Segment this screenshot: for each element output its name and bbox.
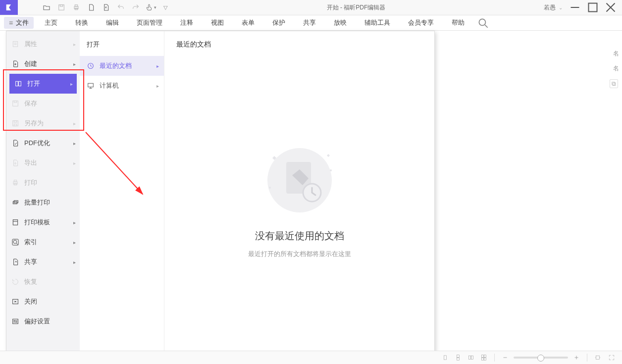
tab-convert[interactable]: 转换 <box>66 15 97 30</box>
file-create-item[interactable]: 创建▸ <box>6 54 80 74</box>
svg-rect-50 <box>481 355 483 358</box>
file-print-template-item[interactable]: 打印模板▸ <box>6 212 80 232</box>
file-close-item[interactable]: 关闭 <box>6 292 80 312</box>
computer-icon <box>87 82 95 90</box>
file-saveas-item: 另存为▸ <box>6 113 80 133</box>
file-restore-item: 恢复 <box>6 272 80 292</box>
svg-rect-36 <box>88 83 94 87</box>
svg-rect-1 <box>60 5 62 6</box>
zoom-in-button[interactable] <box>571 353 582 362</box>
svg-rect-24 <box>13 220 17 225</box>
zoom-slider[interactable] <box>514 357 568 359</box>
svg-rect-45 <box>444 356 447 360</box>
file-open-item[interactable]: 打开▸ <box>9 74 77 94</box>
tab-protect[interactable]: 保护 <box>263 15 294 30</box>
svg-rect-47 <box>457 358 460 361</box>
view-two-page-button[interactable] <box>466 353 476 362</box>
tab-comment[interactable]: 注释 <box>171 15 202 30</box>
svg-line-8 <box>485 25 488 27</box>
file-share-item[interactable]: 共享▸ <box>6 252 80 272</box>
empty-state-subtitle: 最近打开的所有文档都将显示在这里 <box>248 250 351 259</box>
tab-share[interactable]: 共享 <box>294 15 325 30</box>
svg-rect-46 <box>457 355 460 358</box>
foxit-logo-icon <box>5 3 13 11</box>
svg-rect-53 <box>484 358 486 361</box>
file-export-item: 导出▸ <box>6 153 80 173</box>
svg-rect-18 <box>14 124 16 126</box>
tab-edit[interactable]: 编辑 <box>97 15 128 30</box>
recent-icon <box>87 62 95 70</box>
window-controls <box>567 1 619 14</box>
file-preferences-item[interactable]: 偏好设置 <box>6 312 80 331</box>
svg-rect-3 <box>75 5 77 6</box>
svg-point-26 <box>13 240 17 244</box>
qat-export-button[interactable] <box>99 1 113 14</box>
svg-rect-0 <box>59 5 64 10</box>
svg-rect-52 <box>481 358 483 361</box>
qat-customize-button[interactable]: ▽ <box>158 1 172 14</box>
tab-present[interactable]: 放映 <box>325 15 356 30</box>
file-properties-item: 属性▸ <box>6 34 80 54</box>
svg-rect-20 <box>14 180 16 182</box>
empty-state-illustration <box>258 138 342 222</box>
tab-tools[interactable]: 辅助工具 <box>356 15 399 30</box>
qat-undo-button[interactable] <box>114 1 128 14</box>
user-account[interactable]: 若愚 ⌄ <box>540 3 567 12</box>
view-mode-group <box>440 353 489 362</box>
main-area: 名 名 ⧉ 属性▸ 创建▸ 打开▸ 保存 另存为▸ PDF优化▸ 导出▸ 打印 … <box>0 31 622 352</box>
svg-rect-30 <box>13 319 18 323</box>
svg-rect-57 <box>596 356 600 360</box>
window-title: 开始 - 福昕PDF编辑器 <box>172 3 540 12</box>
file-open-submenu-title: 打开 <box>80 36 164 56</box>
recent-documents-pane: 最近的文档 没有最近使用的文档 最近打开的所有文档都将显示在这里 <box>164 31 434 353</box>
fullscreen-button[interactable] <box>606 353 617 362</box>
app-logo <box>0 0 18 15</box>
tab-view[interactable]: 视图 <box>202 15 233 30</box>
status-bar <box>0 351 622 364</box>
maximize-button[interactable] <box>584 1 601 14</box>
file-print-item: 打印 <box>6 173 80 193</box>
quick-access-toolbar: ▾ ▽ <box>40 1 172 14</box>
empty-state-title: 没有最近使用的文档 <box>255 229 344 243</box>
qat-touch-button[interactable]: ▾ <box>144 1 157 14</box>
view-two-continuous-button[interactable] <box>478 353 489 362</box>
tab-home[interactable]: 主页 <box>36 15 66 30</box>
svg-point-7 <box>479 19 486 25</box>
qat-save-button[interactable] <box>54 1 68 14</box>
svg-rect-16 <box>13 121 18 126</box>
svg-rect-6 <box>589 3 597 12</box>
qat-print-button[interactable] <box>69 1 83 14</box>
tab-page-manage[interactable]: 页面管理 <box>128 15 171 30</box>
open-computer-item[interactable]: 计算机▸ <box>80 76 164 96</box>
svg-point-43 <box>269 187 271 189</box>
tab-form[interactable]: 表单 <box>233 15 263 30</box>
minimize-button[interactable] <box>567 1 583 14</box>
tab-vip[interactable]: 会员专享 <box>399 15 443 30</box>
backdrop-column-header: 名 <box>613 50 619 58</box>
svg-rect-12 <box>16 81 18 86</box>
user-name-label: 若愚 <box>544 3 556 12</box>
qat-redo-button[interactable] <box>129 1 143 14</box>
qat-open-button[interactable] <box>40 1 53 14</box>
svg-rect-14 <box>13 101 18 106</box>
file-menu-button[interactable]: 文件 <box>4 17 34 29</box>
tab-help[interactable]: 帮助 <box>443 15 473 30</box>
file-panel-left-nav: 属性▸ 创建▸ 打开▸ 保存 另存为▸ PDF优化▸ 导出▸ 打印 批量打印 打… <box>6 31 80 353</box>
open-recent-item[interactable]: 最近的文档▸ <box>80 56 164 76</box>
user-dropdown-icon: ⌄ <box>559 5 563 10</box>
file-open-submenu: 打开 最近的文档▸ 计算机▸ <box>80 31 164 353</box>
file-backstage-panel: 属性▸ 创建▸ 打开▸ 保存 另存为▸ PDF优化▸ 导出▸ 打印 批量打印 打… <box>6 31 435 353</box>
search-button[interactable] <box>476 16 489 29</box>
close-window-button[interactable] <box>602 1 619 14</box>
qat-create-button[interactable] <box>84 1 98 14</box>
file-pdf-optimize-item[interactable]: PDF优化▸ <box>6 133 80 153</box>
view-continuous-button[interactable] <box>453 353 464 362</box>
svg-rect-15 <box>14 101 16 103</box>
fit-width-button[interactable] <box>592 353 603 362</box>
view-single-page-button[interactable] <box>440 353 451 362</box>
svg-rect-49 <box>471 356 473 360</box>
svg-rect-48 <box>468 356 470 360</box>
file-batch-print-item[interactable]: 批量打印 <box>6 193 80 212</box>
file-index-item[interactable]: 索引▸ <box>6 232 80 252</box>
zoom-out-button[interactable] <box>500 353 511 362</box>
